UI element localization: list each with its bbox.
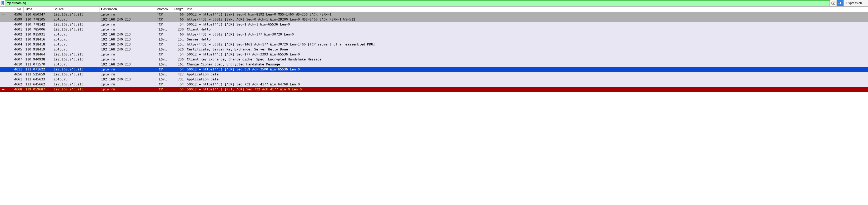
packet-row[interactable]: 4607110.940938192.168.240.213iplo.ruTLSv… xyxy=(0,57,868,62)
display-filter-input[interactable]: tcp.stream eq 1 xyxy=(5,0,830,6)
header-info[interactable]: Info xyxy=(185,7,868,12)
cell-protocol: TCP xyxy=(155,82,171,87)
cell-time: 111.645662 xyxy=(24,82,52,87)
packet-list[interactable]: 4596110.650347192.168.240.213iplo.ruTCP6… xyxy=(0,12,868,92)
header-destination[interactable]: Destination xyxy=(99,7,155,12)
cell-length: 66 xyxy=(171,17,185,22)
apply-filter-button[interactable] xyxy=(836,0,843,6)
cell-no: 4604 xyxy=(5,42,24,47)
cell-no: 4610 xyxy=(5,62,24,67)
cell-info: Client Key Exchange, Change Cipher Spec,… xyxy=(185,57,868,62)
cell-source: iplo.ru xyxy=(52,62,99,67)
cell-protocol: TLSv… xyxy=(155,77,171,82)
packet-row[interactable]: 4602110.915931iplo.ru192.168.240.213TCP6… xyxy=(0,32,868,37)
cell-source: iplo.ru xyxy=(52,32,99,37)
bookmark-icon[interactable] xyxy=(0,0,5,6)
cell-source: 192.168.240.213 xyxy=(52,22,99,27)
clear-filter-button[interactable] xyxy=(830,0,836,6)
header-source[interactable]: Source xyxy=(52,7,99,12)
cell-destination: iplo.ru xyxy=(99,82,155,87)
cell-length: 236 xyxy=(171,57,185,62)
cell-length: 15… xyxy=(171,42,185,47)
header-length[interactable]: Length xyxy=(171,7,185,12)
cell-destination: 192.168.240.213 xyxy=(99,47,155,52)
cell-source: 192.168.240.213 xyxy=(52,12,99,17)
cell-destination: iplo.ru xyxy=(99,22,155,27)
cell-info: Application Data xyxy=(185,77,868,82)
cell-no: 4603 xyxy=(5,37,24,42)
packet-row[interactable]: 4605110.918419iplo.ru192.168.240.213TLSv… xyxy=(0,47,868,52)
tree-gutter xyxy=(0,82,5,87)
tree-gutter xyxy=(0,27,5,32)
cell-destination: 192.168.240.213 xyxy=(99,17,155,22)
column-headers: No. Time Source Destination Protocol Len… xyxy=(0,6,868,12)
cell-length: 60 xyxy=(171,32,185,37)
packet-row[interactable]: 4604110.918418iplo.ru192.168.240.213TCP1… xyxy=(0,42,868,47)
cell-protocol: TCP xyxy=(155,12,171,17)
cell-info: https(443) → 50012 [ACK] Seq=1461 Ack=17… xyxy=(185,42,868,47)
cell-time: 110.650347 xyxy=(24,12,52,17)
tree-gutter xyxy=(0,52,5,57)
tree-gutter xyxy=(0,42,5,47)
cell-destination: iplo.ru xyxy=(99,72,155,77)
packet-row[interactable]: 4601110.785006192.168.240.213iplo.ruTLSv… xyxy=(0,27,868,32)
cell-length: 161 xyxy=(171,62,185,67)
cell-no: 4605 xyxy=(5,47,24,52)
cell-time: 110.918419 xyxy=(24,47,52,52)
cell-time: 111.525659 xyxy=(24,72,52,77)
cell-destination: iplo.ru xyxy=(99,52,155,57)
header-time[interactable]: Time xyxy=(24,7,52,12)
cell-length: 526 xyxy=(171,47,185,52)
cell-no: 4656 xyxy=(5,72,24,77)
cell-source: 192.168.240.213 xyxy=(52,27,99,32)
cell-length: 427 xyxy=(171,72,185,77)
cell-protocol: TCP xyxy=(155,87,171,92)
cell-no: 4596 xyxy=(5,12,24,17)
packet-row[interactable]: 4596110.650347192.168.240.213iplo.ruTCP6… xyxy=(0,12,868,17)
packet-row[interactable]: 4656111.525659192.168.240.213iplo.ruTLSv… xyxy=(0,72,868,77)
packet-row[interactable]: 4662111.645662192.168.240.213iplo.ruTCP5… xyxy=(0,82,868,87)
cell-destination: iplo.ru xyxy=(99,27,155,32)
tree-gutter xyxy=(0,72,5,77)
expression-button[interactable]: Expression… xyxy=(843,0,868,6)
cell-no: 4662 xyxy=(5,82,24,87)
cell-time: 111.645633 xyxy=(24,77,52,82)
cell-protocol: TCP xyxy=(155,67,171,72)
cell-source: iplo.ru xyxy=(52,42,99,47)
header-no[interactable]: No. xyxy=(0,7,24,12)
cell-length: 54 xyxy=(171,87,185,92)
cell-time: 110.918416 xyxy=(24,37,52,42)
cell-protocol: TCP xyxy=(155,32,171,37)
tree-gutter xyxy=(0,67,5,72)
packet-row[interactable]: 4611111.071622192.168.240.213iplo.ruTCP5… xyxy=(0,67,868,72)
cell-protocol: TLSv… xyxy=(155,47,171,52)
cell-destination: 192.168.240.213 xyxy=(99,62,155,67)
packet-row[interactable]: 4610111.071570iplo.ru192.168.240.213TLSv… xyxy=(0,62,868,67)
header-protocol[interactable]: Protocol xyxy=(155,7,171,12)
packet-row[interactable]: 4599110.778105iplo.ru192.168.240.213TCP6… xyxy=(0,17,868,22)
cell-time: 119.059687 xyxy=(24,87,52,92)
cell-no: 4600 xyxy=(5,22,24,27)
cell-protocol: TLSv… xyxy=(155,37,171,42)
cell-source: iplo.ru xyxy=(52,47,99,52)
packet-row[interactable]: 4603110.918416iplo.ru192.168.240.213TLSv… xyxy=(0,37,868,42)
cell-protocol: TLSv… xyxy=(155,27,171,32)
cell-source: iplo.ru xyxy=(52,17,99,22)
packet-row[interactable]: 4600110.778142192.168.240.213iplo.ruTCP5… xyxy=(0,22,868,27)
tree-gutter xyxy=(0,12,5,17)
cell-protocol: TLSv… xyxy=(155,72,171,77)
packet-row[interactable]: 4668119.059687192.168.240.213iplo.ruTCP5… xyxy=(0,87,868,92)
packet-row[interactable]: 4661111.645633iplo.ru192.168.240.213TLSv… xyxy=(0,77,868,82)
cell-info: 50012 → https(443) [RST, ACK] Seq=732 Ac… xyxy=(185,87,868,92)
cell-info: 50012 → https(443) [ACK] Seq=177 Ack=339… xyxy=(185,52,868,57)
cell-no: 4602 xyxy=(5,32,24,37)
cell-destination: iplo.ru xyxy=(99,57,155,62)
cell-source: 192.168.240.213 xyxy=(52,87,99,92)
cell-info: Certificate, Server Key Exchange, Server… xyxy=(185,47,868,52)
packet-row[interactable]: 4606110.918464192.168.240.213iplo.ruTCP5… xyxy=(0,52,868,57)
cell-time: 111.071570 xyxy=(24,62,52,67)
tree-gutter xyxy=(0,77,5,82)
cell-protocol: TLSv… xyxy=(155,57,171,62)
cell-length: 54 xyxy=(171,82,185,87)
tree-gutter xyxy=(0,37,5,42)
